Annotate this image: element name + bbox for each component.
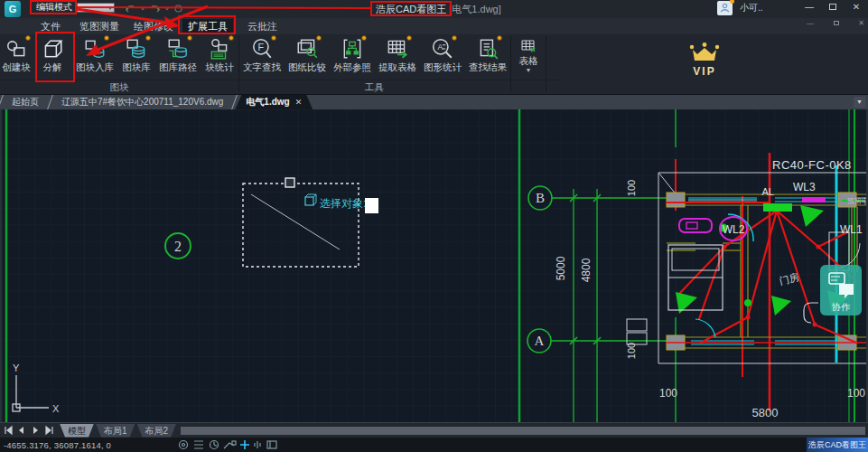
label-wl3: WL3 xyxy=(793,181,816,193)
pickbox-cursor xyxy=(365,198,378,213)
fullscreen-icon xyxy=(267,441,276,448)
mode-label: 编辑模式 xyxy=(34,2,74,13)
menu-tab-view[interactable]: 览图测量 xyxy=(79,19,119,33)
menu-tab-extended-tools[interactable]: 扩展工具 xyxy=(182,19,233,33)
chevron-down-icon: ▼ xyxy=(526,68,532,72)
doc-restore-button[interactable] xyxy=(834,21,839,25)
grid-icon xyxy=(194,441,203,448)
dim-100-top: 100 xyxy=(626,180,637,196)
close-button[interactable]: ✕ xyxy=(847,1,865,14)
next-page-icon xyxy=(33,427,38,434)
ribbon-button-graphic-statistics[interactable]: A 图形统计 xyxy=(420,34,465,80)
lineweight-icon xyxy=(255,441,260,448)
ucs-y-label: Y xyxy=(13,363,20,373)
collaborate-button[interactable]: 协作 xyxy=(820,265,862,315)
mode-select[interactable]: ▼ xyxy=(77,3,115,13)
user-name: 小可.. xyxy=(740,2,763,14)
ribbon-button-block-to-library[interactable]: 图块入库 xyxy=(72,34,117,80)
tab-list-dropdown[interactable]: ▼ xyxy=(854,97,865,108)
move-icon xyxy=(240,440,249,449)
brand-badge: 浩辰CAD看图王 xyxy=(807,438,868,452)
ribbon-button-extract-table[interactable]: 提取表格 xyxy=(375,34,420,80)
prev-page-icon xyxy=(19,427,23,434)
titlebar: G 编辑模式 ▼ 浩辰CAD看图王 [电气1.dwg] 小可.. — ✕ xyxy=(0,0,868,18)
doc-close-button[interactable]: ✕ xyxy=(858,19,864,27)
badge-icon xyxy=(104,35,109,41)
axis-label-b: B xyxy=(536,191,545,205)
dim-5000: 5000 xyxy=(555,256,567,280)
layout-tab-bar: 模型 布局1 布局2 xyxy=(0,422,868,438)
status-icons xyxy=(177,438,285,452)
refresh-icon[interactable] xyxy=(173,4,183,14)
layout-tab-1[interactable]: 布局1 xyxy=(96,424,135,438)
menu-tab-file[interactable]: 文件 xyxy=(41,19,61,33)
horizontal-scrollbar[interactable] xyxy=(181,427,865,435)
ribbon-button-block-statistics[interactable]: 块统计 xyxy=(201,34,238,80)
doc-window-controls: — ✕ xyxy=(807,19,864,27)
maximize-button[interactable] xyxy=(824,1,842,14)
vip-button[interactable]: VIP xyxy=(679,42,730,78)
doc-minimize-button[interactable]: — xyxy=(807,19,814,27)
ribbon-group-labels: 图块 工具 xyxy=(0,80,560,94)
doc-tab-drawing2[interactable]: 辽源五中7#餐饮中心200711_120V6.dwg xyxy=(51,95,234,109)
quick-access-toolbar xyxy=(125,4,183,14)
redo-icon[interactable] xyxy=(149,5,161,14)
ribbon-button-create-block[interactable]: 创建块 xyxy=(0,34,33,80)
bubble-2: 2 xyxy=(174,239,182,254)
chevron-down-icon: ▼ xyxy=(107,5,113,11)
dim-100-bottom: 100 xyxy=(626,343,637,359)
document-tab-bar: 起始页 辽源五中7#餐饮中心200711_120V6.dwg 电气1.dwg✕ … xyxy=(0,95,868,109)
chevron-down-icon[interactable] xyxy=(164,6,170,11)
badge-icon xyxy=(145,35,151,41)
label-al: AL xyxy=(762,186,774,197)
app-title: 浩辰CAD看图王 xyxy=(376,4,446,14)
doc-tab-start-page[interactable]: 起始页 xyxy=(1,95,50,109)
ribbon-button-table[interactable]: 表格 ▼ xyxy=(511,34,546,80)
chevron-down-icon[interactable] xyxy=(140,6,145,11)
notification-badge xyxy=(730,0,734,4)
ucs-x-label: X xyxy=(52,403,60,414)
app-window: G 编辑模式 ▼ 浩辰CAD看图王 [电气1.dwg] 小可.. — ✕ xyxy=(0,0,868,452)
close-icon[interactable]: ✕ xyxy=(295,98,303,107)
ribbon-button-library-path[interactable]: 图库路径 xyxy=(155,34,201,80)
layout-tab-model[interactable]: 模型 xyxy=(60,424,94,438)
badge-icon xyxy=(452,35,457,41)
label-wl2: WL2 xyxy=(723,223,745,236)
drawing-canvas[interactable]: B A 5000 4800 100 100 100 100 5800 xyxy=(0,109,868,422)
coordinates-display: -4655.3176, 36087.1614, 0 xyxy=(4,440,111,450)
badge-icon xyxy=(361,35,367,41)
undo-icon[interactable] xyxy=(125,5,136,14)
app-logo-icon[interactable]: G xyxy=(5,1,21,17)
dim-5800: 5800 xyxy=(752,406,779,419)
menubar: 文件 览图测量 绘图修改 扩展工具 云批注 — ✕ xyxy=(0,18,868,34)
layout-nav[interactable] xyxy=(0,425,60,436)
badge-icon xyxy=(406,35,412,41)
doc-tab-drawing1-active[interactable]: 电气1.dwg✕ xyxy=(235,95,313,109)
ribbon-button-explode[interactable]: 分解 xyxy=(33,34,72,80)
label-small: 预留电 xyxy=(847,197,866,205)
minimize-button[interactable]: — xyxy=(800,1,818,14)
osnap-icon xyxy=(180,441,188,449)
collab-label: 协作 xyxy=(831,302,851,312)
svg-text:F: F xyxy=(258,42,265,52)
group-label-tools: 工具 xyxy=(238,80,510,94)
badge-icon xyxy=(271,35,276,41)
ribbon-button-external-reference[interactable]: 外部参照 xyxy=(330,34,375,80)
label-wl1: WL1 xyxy=(840,223,863,236)
statusbar: -4655.3176, 36087.1614, 0 浩辰CAD看图王 xyxy=(0,438,868,452)
dim-100-right: 100 xyxy=(847,387,865,400)
layout-tab-2[interactable]: 布局2 xyxy=(137,424,177,438)
badge-icon xyxy=(187,35,192,41)
ribbon-button-drawing-compare[interactable]: 图纸比较 xyxy=(285,34,330,80)
axis-label-a: A xyxy=(535,334,545,348)
ribbon-button-text-find[interactable]: F 文字查找 xyxy=(239,34,285,80)
ribbon-button-find-results[interactable]: 查找结果 xyxy=(465,34,510,80)
user-area[interactable]: 小可.. xyxy=(717,1,763,15)
ribbon-button-block-library[interactable]: 图块库 xyxy=(117,34,155,80)
avatar[interactable] xyxy=(717,1,733,15)
menu-tab-draw[interactable]: 绘图修改 xyxy=(134,19,173,33)
first-page-icon xyxy=(5,427,12,434)
menu-tab-cloud-annotation[interactable]: 云批注 xyxy=(247,19,277,33)
badge-icon xyxy=(316,35,322,41)
dim-4800: 4800 xyxy=(580,258,593,282)
